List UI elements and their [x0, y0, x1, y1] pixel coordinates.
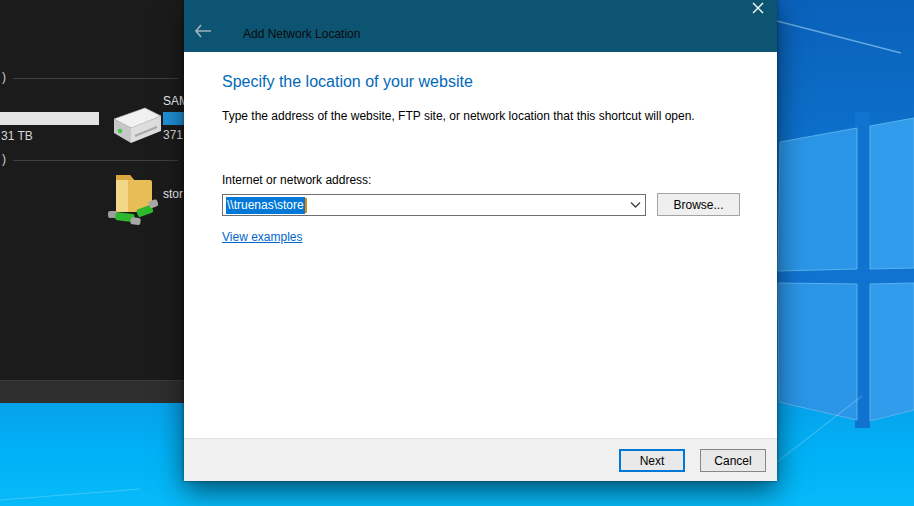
browse-button[interactable]: Browse...: [657, 193, 740, 216]
drive-capacity-label: 31 TB: [1, 129, 33, 143]
combobox-dropdown-button[interactable]: [625, 195, 645, 215]
network-item-name-label: stor: [163, 187, 183, 201]
group-header-fragment: ): [2, 152, 6, 166]
group-header-fragment: ): [2, 70, 6, 84]
wizard-title: Add Network Location: [243, 27, 360, 41]
selected-text: \\truenas\store: [226, 197, 305, 214]
text-caret: [305, 198, 307, 213]
wizard-header: Add Network Location: [184, 0, 777, 52]
address-combobox[interactable]: \\truenas\store: [222, 194, 646, 216]
hard-drive-icon[interactable]: [104, 101, 164, 153]
next-button[interactable]: Next: [619, 449, 685, 472]
light-beam-line: [777, 21, 901, 53]
light-beam-line: [0, 489, 140, 500]
network-folder-icon[interactable]: [108, 167, 158, 229]
cancel-button[interactable]: Cancel: [700, 449, 766, 472]
page-description: Type the address of the website, FTP sit…: [222, 109, 695, 123]
group-divider: [13, 78, 178, 79]
chevron-down-icon: [630, 202, 641, 208]
logo-pane-bottom-right: [870, 283, 914, 421]
logo-pane-top-right: [870, 118, 914, 269]
page-title: Specify the location of your website: [222, 73, 473, 91]
drive-capacity-label: 371: [163, 128, 183, 142]
close-icon: [752, 2, 764, 14]
view-examples-link[interactable]: View examples: [222, 230, 302, 244]
screen: ) 31 TB SAM 371 ) stor: [0, 0, 914, 506]
wizard-footer: Next Cancel: [184, 438, 777, 481]
explorer-status-bar: [0, 380, 184, 403]
close-button[interactable]: [752, 0, 766, 14]
address-field-label: Internet or network address:: [222, 173, 371, 187]
drive-capacity-bar: [0, 112, 99, 125]
address-input-text: \\truenas\store: [226, 195, 307, 215]
group-divider: [13, 160, 178, 161]
back-button[interactable]: [194, 24, 214, 40]
add-network-location-dialog: Add Network Location Specify the locatio…: [184, 0, 777, 481]
drive-capacity-bar: [163, 112, 184, 125]
back-arrow-icon: [194, 24, 212, 38]
logo-pane-top-left: [778, 128, 857, 271]
logo-pane-bottom-left: [778, 283, 857, 420]
wizard-body: Specify the location of your website Typ…: [184, 52, 777, 438]
logo-beam-horizontal: [770, 269, 914, 284]
file-explorer-window[interactable]: ) 31 TB SAM 371 ) stor: [0, 0, 184, 403]
